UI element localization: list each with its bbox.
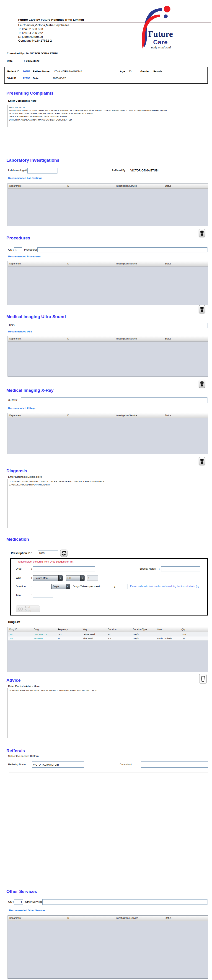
lab-table-body [8, 189, 208, 226]
xray-delete-button[interactable] [199, 457, 205, 465]
way-label: Way [16, 576, 21, 579]
logo-word-future: Future [148, 29, 173, 39]
lab-investigation-input[interactable] [27, 168, 58, 173]
trash-icon [200, 381, 204, 387]
diagnosis-textarea[interactable]: 1. GASTRITIS SECONDARY ? PEPTIC ULCER DI… [8, 479, 208, 528]
trash-icon [200, 230, 204, 236]
age-colon: : [127, 70, 127, 73]
company-name: Future Care by Future Holdings (Pty) Lim… [18, 18, 84, 21]
complaints-label: Enter Complaints Here [8, 99, 37, 102]
frequency-select[interactable]: OD ▼ [66, 575, 85, 581]
xray-input[interactable] [21, 398, 207, 403]
referral-listbox[interactable] [9, 772, 208, 883]
drug-way-cell: Before Meal [81, 633, 106, 636]
advice-label: Enter Doctor's Advice Here [8, 685, 40, 687]
advice-textarea[interactable]: COUNSEL PATIENT TO SCREEN FOR PROFILE TH… [8, 688, 208, 738]
drug-label: Drug [16, 567, 21, 570]
drug-duration-cell: 2.5 [106, 637, 131, 640]
gender-label: Gender [140, 70, 149, 73]
duration-input[interactable] [33, 584, 49, 589]
refresh-prescription-button[interactable] [60, 550, 67, 557]
column-header: Drug [32, 627, 56, 632]
column-header: ID [65, 413, 114, 418]
drug-delete-button[interactable] [199, 674, 207, 684]
diagnosis-title: Diagnosis [6, 468, 27, 473]
column-header: ID [65, 916, 114, 921]
add-drug-button[interactable]: + Add Drug [16, 606, 40, 612]
complaints-textarea[interactable]: PATIENT SEEN. BEING EVALUATED 1. GASTRIT… [8, 105, 208, 127]
company-number: Company No.8417652-2 [18, 39, 69, 43]
column-header: Drug ID [8, 627, 32, 632]
procedures-delete-button[interactable] [199, 305, 205, 313]
drug-qty-cell: 20.0 [180, 633, 207, 636]
column-header: Investigation/Service [114, 183, 163, 188]
per-meal-label: Drugs/Tablets per meal : [73, 585, 101, 588]
patient-name-colon: : [51, 70, 51, 73]
way-select[interactable]: Before Meal ▼ [33, 575, 63, 581]
procedures-table-header: Department ID Investigation/Service Stat… [8, 261, 208, 266]
other-services-title: Other Services [6, 889, 37, 894]
duration-unit-value: Day/s [51, 584, 66, 589]
column-header: Way [81, 627, 106, 632]
add-drug-label: Add Drug [25, 606, 37, 612]
duration-colon: : [31, 585, 32, 588]
complaints-title: Presenting Complaints [6, 91, 53, 96]
consult-date-colon: : [24, 60, 25, 62]
drug-row[interactable]: 328 OMEPRAZOLE BID Before Meal 10 Day/s … [8, 632, 208, 636]
special-notes-input[interactable] [161, 566, 201, 571]
per-meal-input[interactable] [113, 584, 127, 589]
prescription-id-label: Prescription ID: [11, 552, 32, 555]
logo-dot-blue [164, 14, 168, 18]
drug-way-cell: After Meal [81, 637, 106, 640]
lab-title: Laboratory Investigations [6, 158, 59, 163]
drug-input[interactable] [33, 566, 95, 571]
column-header: Status [163, 183, 208, 188]
other-services-table-header: Department ID Investigation / Service St… [8, 916, 208, 921]
patient-id-value: 10658 [23, 70, 30, 73]
drug-frequency-cell: TID [56, 637, 81, 640]
visit-id-value: 22936 [23, 77, 30, 80]
drug-note-cell: 20mls 1hr befor... [155, 637, 180, 640]
plus-circle-icon: + [18, 607, 23, 611]
column-header: ID [65, 261, 114, 266]
drug-list-label: Drug List [8, 620, 20, 624]
drug-qty-cell: 1.0 [180, 637, 207, 640]
total-input[interactable] [33, 593, 53, 598]
patient-info-box: Patient ID : 10658 Patient Name : LYDIA … [4, 67, 208, 84]
procedures-input[interactable] [37, 247, 207, 252]
duration-unit-select[interactable]: Day/s ▼ [51, 584, 70, 589]
column-header: Status [163, 336, 208, 341]
referring-doctor-input[interactable] [32, 762, 84, 768]
drug-name-cell: OMEPRAZOLE [32, 633, 56, 636]
drug-duration-type-cell: Day/s [131, 633, 155, 636]
drug-suggestion-hint: Please select the Drug from Drug suggess… [17, 560, 74, 563]
company-address: Le Chainter,Victoria,Mahe,Seychelles [18, 23, 69, 27]
other-services-input-label: Other Services: [25, 900, 45, 903]
consulted-by-label: Consulted By [7, 52, 24, 55]
medication-title: Medication [6, 537, 29, 542]
way-select-value: Before Meal [33, 576, 58, 581]
other-services-qty-input[interactable] [14, 899, 23, 905]
uss-input[interactable] [18, 323, 207, 328]
total-colon: : [31, 594, 32, 597]
drug-list-header: Drug ID Drug Fequency Way Duration Durat… [8, 627, 208, 632]
referrals-title: Refferals [6, 748, 25, 753]
drug-list-body [8, 641, 208, 672]
prescription-id-input[interactable] [38, 550, 58, 556]
consultant-label: Consultant [120, 763, 132, 766]
consultant-input[interactable] [141, 762, 208, 768]
column-header: Department [8, 183, 65, 188]
other-services-table-body [8, 921, 208, 978]
uss-title: Medical Imaging Ultra Sound [6, 314, 66, 319]
drug-list-table: Drug ID Drug Fequency Way Duration Durat… [8, 627, 208, 672]
consult-date-value: 2025-08-20 [26, 60, 39, 62]
procedures-qty-input[interactable] [14, 247, 22, 252]
uss-delete-button[interactable] [199, 380, 205, 388]
referrals-label: Select the needed Refferal [8, 755, 39, 757]
other-services-input[interactable] [42, 899, 207, 905]
drug-id-cell: 318 [8, 637, 32, 640]
lab-delete-button[interactable] [199, 229, 205, 237]
drug-row[interactable]: 318 SODIUM TID After Meal 2.5 Day/s 20ml… [8, 636, 208, 641]
company-phone-2: T: +24 84 225 252 [18, 31, 69, 35]
gender-colon: : [151, 70, 152, 73]
